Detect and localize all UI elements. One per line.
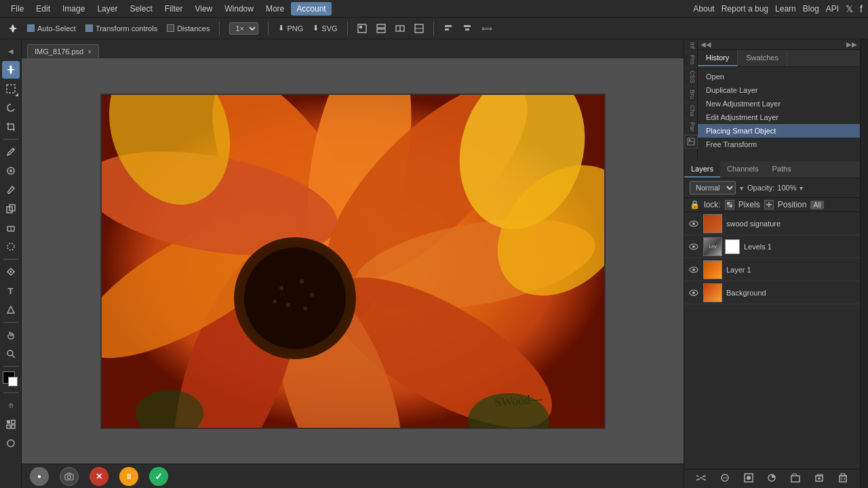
selection-tool[interactable] <box>2 80 20 98</box>
zoom-tool[interactable] <box>2 345 20 363</box>
opacity-value[interactable]: 100% <box>777 184 796 192</box>
menu-more[interactable]: More <box>260 2 290 16</box>
side-label-inf[interactable]: Inf <box>684 39 697 52</box>
zoom-select[interactable]: 1× 2× <box>229 22 258 35</box>
lock-all-btn[interactable]: All <box>810 201 823 209</box>
layer-row-swood[interactable]: swood signature <box>684 212 860 235</box>
camera-btn[interactable] <box>60 467 79 486</box>
facebook-icon[interactable]: f <box>860 3 863 14</box>
delete-layer-btn[interactable] <box>838 473 848 485</box>
history-item-3[interactable]: Edit Adjustment Layer <box>698 110 860 124</box>
layer-row-levels[interactable]: Lev Levels 1 <box>684 235 860 258</box>
align-btn-2[interactable] <box>460 22 475 35</box>
opacity-dropdown[interactable]: ▾ <box>800 184 803 192</box>
history-item-2[interactable]: New Adjustment Layer <box>698 97 860 110</box>
pause-btn[interactable]: ⏸ <box>119 467 138 486</box>
history-item-0[interactable]: Open <box>698 70 860 83</box>
arrange-btn-3[interactable] <box>393 22 408 35</box>
menu-blog[interactable]: Blog <box>803 4 819 14</box>
menu-view[interactable]: View <box>189 2 218 16</box>
transform-controls-option[interactable]: Transform controls <box>83 23 160 34</box>
side-label-par[interactable]: Par <box>684 119 697 135</box>
menu-file[interactable]: File <box>5 2 29 16</box>
side-label-pro[interactable]: Pro <box>684 52 697 68</box>
link-layers-btn[interactable] <box>696 473 706 485</box>
blend-mode-dropdown[interactable]: ▾ <box>740 184 743 192</box>
export-svg-btn[interactable]: ⬇ SVG <box>310 22 340 34</box>
tab-paths[interactable]: Paths <box>766 161 798 178</box>
side-label-cha[interactable]: Cha <box>684 102 697 120</box>
layer-row-background[interactable]: Background <box>684 281 860 304</box>
menu-image[interactable]: Image <box>57 2 90 16</box>
menu-edit[interactable]: Edit <box>31 2 56 16</box>
layer-eye-swood[interactable] <box>688 218 699 229</box>
layer-style-btn[interactable] <box>720 473 730 485</box>
brush-tool[interactable] <box>2 181 20 199</box>
history-item-4[interactable]: Placing Smart Object <box>698 124 860 138</box>
tab-layers[interactable]: Layers <box>684 161 720 178</box>
distances-checkbox[interactable] <box>167 24 174 32</box>
arrange-btn-1[interactable] <box>355 22 370 35</box>
export-png-btn[interactable]: ⬇ PNG <box>275 22 306 34</box>
distances-option[interactable]: Distances <box>164 23 212 34</box>
background-color[interactable] <box>8 377 18 386</box>
twitter-icon[interactable]: 𝕏 <box>846 3 853 14</box>
side-label-bru[interactable]: Bru <box>684 87 697 102</box>
zoom-select-wrap[interactable]: 1× 2× <box>226 21 261 36</box>
new-layer-btn[interactable] <box>814 473 824 485</box>
menu-about[interactable]: About <box>693 4 714 14</box>
cancel-btn[interactable]: ✕ <box>90 467 108 486</box>
color-swatches[interactable] <box>1 370 20 389</box>
add-mask-btn[interactable] <box>744 473 753 485</box>
auto-select-option[interactable]: Auto-Select <box>24 23 79 34</box>
history-item-5[interactable]: Free Transform <box>698 138 860 151</box>
type-tool[interactable]: T <box>2 282 20 300</box>
menu-filter[interactable]: Filter <box>159 2 189 16</box>
menu-account[interactable]: Account <box>291 2 331 16</box>
move-tool[interactable] <box>2 61 20 79</box>
eyedropper-tool[interactable] <box>2 143 20 161</box>
crop-tool[interactable] <box>2 118 20 136</box>
auto-select-checkbox[interactable] <box>27 24 35 32</box>
arrange-btn-2[interactable] <box>374 22 389 35</box>
arrange-btn-4[interactable] <box>412 22 427 35</box>
layer-eye-levels[interactable] <box>688 241 699 252</box>
shape-tool[interactable] <box>2 301 20 319</box>
menu-layer[interactable]: Layer <box>92 2 123 16</box>
align-btn-1[interactable] <box>441 22 456 35</box>
tab-close-btn[interactable]: × <box>87 48 92 56</box>
menu-report-bug[interactable]: Report a bug <box>722 4 768 14</box>
tab-history[interactable]: History <box>698 50 738 66</box>
extra-tool-3[interactable] <box>2 434 20 452</box>
side-label-extra[interactable] <box>684 135 698 148</box>
blur-tool[interactable] <box>2 238 20 256</box>
new-group-btn[interactable] <box>791 473 800 485</box>
lasso-tool[interactable] <box>2 99 20 117</box>
collapse-left-icon[interactable]: ◀◀ <box>701 41 711 48</box>
tab-channels[interactable]: Channels <box>720 161 765 178</box>
align-btn-3[interactable]: ⟺ <box>479 22 495 35</box>
layer-eye-layer1[interactable] <box>688 264 699 275</box>
document-tab[interactable]: IMG_8176.psd × <box>27 44 99 58</box>
layer-row-layer1[interactable]: Layer 1 <box>684 258 860 281</box>
record-btn[interactable]: ● <box>30 467 49 486</box>
expand-btn[interactable]: ◀ <box>2 42 20 60</box>
lock-position-check[interactable] <box>764 200 774 209</box>
blend-mode-select[interactable]: Normal Multiply Screen Overlay <box>690 181 736 195</box>
collapse-right-icon[interactable]: ▶▶ <box>846 41 857 48</box>
transform-controls-checkbox[interactable] <box>85 24 93 32</box>
menu-select[interactable]: Select <box>124 2 157 16</box>
menu-api[interactable]: API <box>826 4 839 14</box>
side-label-css[interactable]: CSS <box>684 68 697 87</box>
menu-learn[interactable]: Learn <box>775 4 796 14</box>
new-fill-layer-btn[interactable] <box>767 473 776 485</box>
tab-swatches[interactable]: Swatches <box>738 50 787 66</box>
clone-tool[interactable] <box>2 200 20 218</box>
canvas-content[interactable]: SWood— <box>22 58 684 464</box>
layer-eye-background[interactable] <box>688 287 699 298</box>
menu-window[interactable]: Window <box>219 2 259 16</box>
eraser-tool[interactable] <box>2 219 20 237</box>
lock-pixels-check[interactable] <box>725 200 734 209</box>
patch-tool[interactable] <box>2 162 20 180</box>
hand-tool[interactable] <box>2 326 20 344</box>
